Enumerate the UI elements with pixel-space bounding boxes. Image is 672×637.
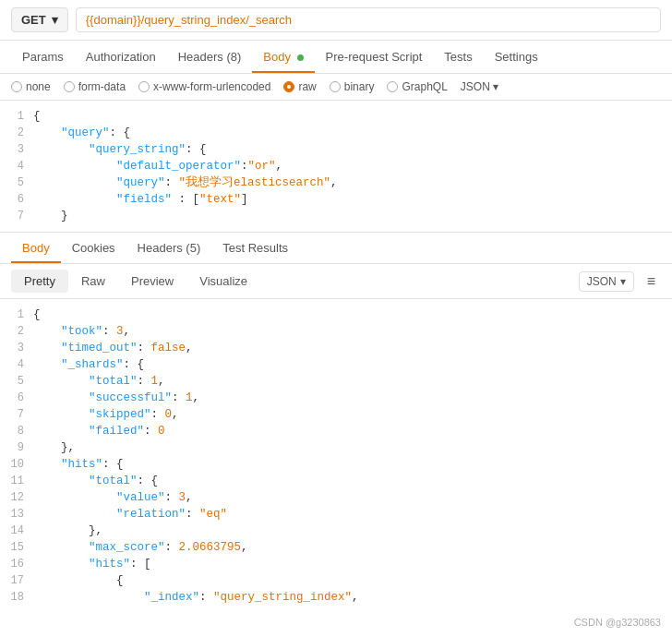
format-arrow-icon: ▾ xyxy=(493,80,498,93)
req-line-6: 6 "fields" : ["text"] xyxy=(0,191,672,208)
response-body-viewer: 1 { 2 "took": 3, 3 "timed_out": false, 4… xyxy=(0,299,672,613)
res-line-6: 6 "successful": 1, xyxy=(0,390,672,406)
tab-params[interactable]: Params xyxy=(11,41,75,73)
method-arrow-icon: ▾ xyxy=(52,13,58,27)
response-tab-bar: Body Cookies Headers (5) Test Results xyxy=(0,233,672,264)
body-type-binary[interactable]: binary xyxy=(330,80,375,93)
body-type-form-data[interactable]: form-data xyxy=(64,80,126,93)
sub-tab-visualize-label: Visualize xyxy=(199,274,247,288)
tab-settings-label: Settings xyxy=(495,50,538,64)
body-type-urlencoded-label: x-www-form-urlencoded xyxy=(153,80,270,93)
tab-pre-request-script[interactable]: Pre-request Script xyxy=(315,41,434,73)
radio-raw xyxy=(283,81,294,92)
res-line-17: 17 { xyxy=(0,572,672,589)
request-body-editor[interactable]: 1 { 2 "query": { 3 "query_string": { 4 "… xyxy=(0,101,672,233)
body-type-form-data-label: form-data xyxy=(78,80,126,93)
response-tab-test-results[interactable]: Test Results xyxy=(211,233,299,263)
top-bar: GET ▾ xyxy=(0,0,672,41)
response-tab-cookies-label: Cookies xyxy=(72,241,115,255)
request-tab-bar: Params Authorization Headers (8) Body Pr… xyxy=(0,41,672,74)
res-line-3: 3 "timed_out": false, xyxy=(0,340,672,356)
body-type-bar: none form-data x-www-form-urlencoded raw… xyxy=(0,74,672,101)
sub-tab-preview[interactable]: Preview xyxy=(118,270,186,293)
radio-binary xyxy=(330,81,341,92)
tab-tests[interactable]: Tests xyxy=(433,41,483,73)
req-line-1: 1 { xyxy=(0,108,672,125)
tab-tests-label: Tests xyxy=(444,50,472,64)
response-format-area: JSON ▾ ≡ xyxy=(579,271,661,292)
body-type-raw[interactable]: raw xyxy=(283,80,316,93)
response-tab-test-results-label: Test Results xyxy=(222,241,288,255)
body-active-dot xyxy=(297,54,304,61)
res-line-8: 8 "failed": 0 xyxy=(0,423,672,439)
body-type-graphql[interactable]: GraphQL xyxy=(387,80,447,93)
format-selector[interactable]: JSON ▾ xyxy=(461,80,498,93)
response-tab-body-label: Body xyxy=(22,241,50,255)
method-label: GET xyxy=(21,13,46,27)
response-sub-bar: Pretty Raw Preview Visualize JSON ▾ ≡ xyxy=(0,264,672,299)
sub-tab-raw-label: Raw xyxy=(81,274,105,288)
format-label: JSON xyxy=(461,80,490,93)
sub-tab-visualize[interactable]: Visualize xyxy=(186,270,260,293)
radio-form-data xyxy=(64,81,75,92)
res-line-14: 14 }, xyxy=(0,523,672,539)
res-line-2: 2 "took": 3, xyxy=(0,323,672,340)
tab-headers-label: Headers (8) xyxy=(178,50,242,64)
body-type-raw-label: raw xyxy=(298,80,316,93)
tab-headers[interactable]: Headers (8) xyxy=(167,41,253,73)
body-type-graphql-label: GraphQL xyxy=(402,80,447,93)
body-type-none[interactable]: none xyxy=(11,80,51,93)
tab-body[interactable]: Body xyxy=(252,41,314,73)
body-type-none-label: none xyxy=(26,80,51,93)
res-line-18: 18 "_index": "query_string_index", xyxy=(0,589,672,606)
req-line-2: 2 "query": { xyxy=(0,125,672,141)
res-line-12: 12 "value": 3, xyxy=(0,489,672,506)
response-format-label: JSON xyxy=(587,275,617,288)
req-line-7: 7 } xyxy=(0,208,672,224)
res-line-16: 16 "hits": [ xyxy=(0,556,672,572)
word-wrap-icon[interactable]: ≡ xyxy=(642,271,661,292)
tab-settings[interactable]: Settings xyxy=(484,41,549,73)
req-line-5: 5 "query": "我想学习elasticsearch", xyxy=(0,174,672,191)
radio-graphql xyxy=(387,81,398,92)
tab-params-label: Params xyxy=(22,50,64,64)
res-line-10: 10 "hits": { xyxy=(0,456,672,473)
res-line-15: 15 "max_score": 2.0663795, xyxy=(0,539,672,556)
res-line-13: 13 "relation": "eq" xyxy=(0,506,672,523)
watermark: CSDN @g3230863 xyxy=(0,613,672,631)
url-input[interactable] xyxy=(76,7,661,32)
sub-tab-pretty[interactable]: Pretty xyxy=(11,270,68,293)
res-line-5: 5 "total": 1, xyxy=(0,373,672,390)
res-line-9: 9 }, xyxy=(0,439,672,456)
req-line-3: 3 "query_string": { xyxy=(0,141,672,158)
tab-pre-request-label: Pre-request Script xyxy=(326,50,423,64)
watermark-text: CSDN @g3230863 xyxy=(574,617,661,628)
sub-tab-pretty-label: Pretty xyxy=(24,274,55,288)
res-line-4: 4 "_shards": { xyxy=(0,356,672,373)
response-tab-headers[interactable]: Headers (5) xyxy=(126,233,212,263)
body-type-urlencoded[interactable]: x-www-form-urlencoded xyxy=(138,80,270,93)
radio-urlencoded xyxy=(138,81,150,92)
response-tab-cookies[interactable]: Cookies xyxy=(61,233,126,263)
res-line-1: 1 { xyxy=(0,306,672,323)
response-format-arrow-icon: ▾ xyxy=(620,275,626,288)
sub-tab-preview-label: Preview xyxy=(131,274,174,288)
method-selector[interactable]: GET ▾ xyxy=(11,7,68,32)
radio-none xyxy=(11,81,22,92)
tab-authorization-label: Authorization xyxy=(86,50,156,64)
req-line-4: 4 "default_operator":"or", xyxy=(0,158,672,174)
response-tab-headers-label: Headers (5) xyxy=(138,241,201,255)
response-tab-body[interactable]: Body xyxy=(11,233,61,263)
sub-tab-raw[interactable]: Raw xyxy=(68,270,118,293)
res-line-7: 7 "skipped": 0, xyxy=(0,406,672,423)
tab-authorization[interactable]: Authorization xyxy=(75,41,167,73)
response-format-selector[interactable]: JSON ▾ xyxy=(579,271,634,292)
body-type-binary-label: binary xyxy=(344,80,375,93)
res-line-11: 11 "total": { xyxy=(0,473,672,489)
tab-body-label: Body xyxy=(263,50,291,64)
